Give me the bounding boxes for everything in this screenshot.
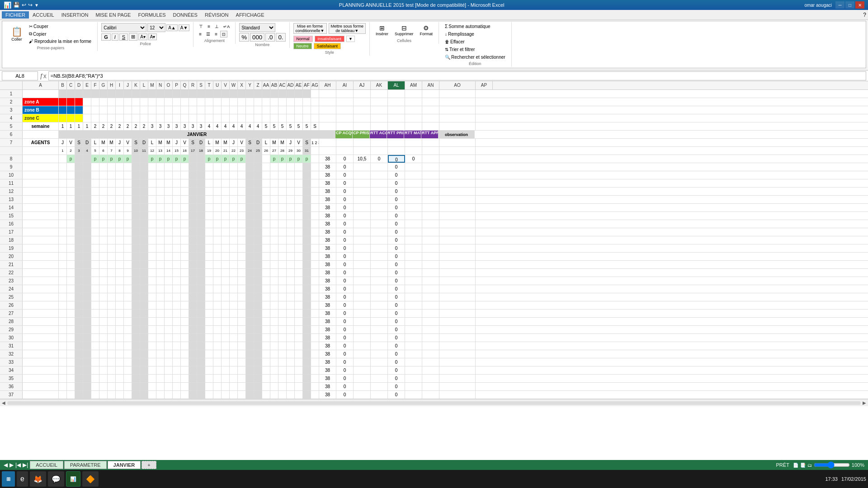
- cell-g7b[interactable]: 6: [99, 147, 108, 155]
- cell-1819[interactable]: [197, 244, 205, 252]
- col-header-g[interactable]: G: [99, 81, 108, 89]
- cell-2930[interactable]: [287, 334, 295, 342]
- cell-232[interactable]: [67, 350, 75, 358]
- cell-c3[interactable]: [67, 106, 75, 114]
- menu-formules[interactable]: FORMULES: [134, 11, 169, 19]
- cell-316[interactable]: [75, 220, 83, 228]
- cell-230[interactable]: [67, 334, 75, 342]
- row-number[interactable]: 26: [0, 301, 23, 309]
- cell-618[interactable]: [99, 236, 108, 244]
- cell-209[interactable]: [213, 163, 222, 171]
- cell-1232[interactable]: [148, 350, 156, 358]
- col-header-u[interactable]: U: [213, 81, 222, 89]
- cell-1114[interactable]: [140, 204, 148, 211]
- align-right-btn[interactable]: ≡: [213, 31, 219, 38]
- cell-ao13[interactable]: [439, 196, 476, 203]
- cell-aj36[interactable]: [354, 383, 371, 390]
- cell-1022[interactable]: [132, 269, 140, 277]
- cell-228[interactable]: [67, 318, 75, 325]
- cell-ao16[interactable]: [439, 220, 476, 228]
- cell-1617[interactable]: [181, 228, 189, 236]
- cell-ao28[interactable]: [439, 318, 476, 325]
- cell-1314[interactable]: [156, 204, 165, 211]
- row-number[interactable]: 35: [0, 375, 23, 382]
- col-header-f[interactable]: F: [91, 81, 99, 89]
- cell-e2[interactable]: [83, 98, 91, 106]
- cell-2828[interactable]: [278, 318, 287, 325]
- cell-2518[interactable]: [254, 236, 262, 244]
- cell-2234[interactable]: [230, 366, 238, 374]
- cell-ab2[interactable]: [270, 98, 278, 106]
- cell-2718[interactable]: [270, 236, 278, 244]
- cell-ao22[interactable]: [439, 269, 476, 277]
- cell-524[interactable]: [91, 285, 99, 293]
- cell-2819[interactable]: [278, 244, 287, 252]
- cell-ai26[interactable]: 0: [336, 301, 354, 309]
- cell-2323[interactable]: [238, 277, 246, 285]
- style-satisfaisant[interactable]: Satisfaisant: [314, 43, 341, 49]
- cell-2934[interactable]: [287, 366, 295, 374]
- cell-am32[interactable]: [405, 350, 422, 358]
- cell-ac7[interactable]: M: [278, 139, 287, 146]
- cell-1511[interactable]: [173, 179, 181, 187]
- cell-a8[interactable]: [23, 155, 59, 163]
- cell-2729[interactable]: [270, 326, 278, 333]
- cell-2721[interactable]: [270, 261, 278, 268]
- cell-ak11[interactable]: [371, 179, 388, 187]
- col-header-c[interactable]: C: [67, 81, 75, 89]
- cell-3031[interactable]: [295, 342, 303, 350]
- cell-1328[interactable]: [156, 318, 165, 325]
- cell-1420[interactable]: [165, 253, 173, 260]
- cell-al9[interactable]: 0: [388, 163, 405, 171]
- cell-z2[interactable]: [254, 98, 262, 106]
- cell-ad7[interactable]: J: [287, 139, 295, 146]
- cell-918[interactable]: [124, 236, 132, 244]
- cell-observation-header[interactable]: observation: [439, 131, 475, 138]
- cell-2119[interactable]: [222, 244, 230, 252]
- col-header-aj[interactable]: AJ: [354, 81, 371, 89]
- row-number[interactable]: 14: [0, 204, 23, 211]
- cell-511[interactable]: [91, 179, 99, 187]
- cell-914[interactable]: [124, 204, 132, 211]
- cell-1628[interactable]: [181, 318, 189, 325]
- cell-2031[interactable]: [213, 342, 222, 350]
- cell-1131[interactable]: [140, 342, 148, 350]
- cell-v8[interactable]: p: [222, 155, 230, 163]
- cell-t7[interactable]: L: [205, 139, 213, 146]
- cell-1419[interactable]: [165, 244, 173, 252]
- cell-af2[interactable]: [303, 98, 311, 106]
- cell-1723[interactable]: [189, 277, 197, 285]
- cell-3030[interactable]: [295, 334, 303, 342]
- cell-c5[interactable]: 1: [67, 122, 75, 130]
- cell-736[interactable]: [108, 383, 116, 390]
- cell-2035[interactable]: [213, 375, 222, 382]
- cell-634[interactable]: [99, 366, 108, 374]
- cell-828[interactable]: [116, 318, 124, 325]
- cell-3022[interactable]: [295, 269, 303, 277]
- cell-3125[interactable]: [303, 293, 311, 301]
- cell-933[interactable]: [124, 358, 132, 366]
- cell-2817[interactable]: [278, 228, 287, 236]
- cell-am11[interactable]: [405, 179, 422, 187]
- cell-ao37[interactable]: [439, 391, 476, 399]
- style-dropdown[interactable]: ▼: [346, 36, 355, 42]
- underline-button[interactable]: S: [119, 33, 128, 41]
- align-bot-btn[interactable]: ⊥: [213, 23, 221, 30]
- cell-a35[interactable]: [23, 375, 59, 382]
- cell-e7b[interactable]: 4: [83, 147, 91, 155]
- cell-189[interactable]: [197, 163, 205, 171]
- cell-al1[interactable]: [388, 90, 405, 98]
- cell-834[interactable]: [116, 366, 124, 374]
- cell-a17[interactable]: [23, 228, 59, 236]
- cell-k7[interactable]: S: [132, 139, 140, 146]
- cell-629[interactable]: [99, 326, 108, 333]
- cell-m2[interactable]: [148, 98, 156, 106]
- cell-2434[interactable]: [246, 366, 254, 374]
- cell-1036[interactable]: [132, 383, 140, 390]
- cell-aj13[interactable]: [354, 196, 371, 203]
- cell-2727[interactable]: [270, 310, 278, 317]
- somme-btn[interactable]: Σ Somme automatique: [443, 23, 508, 30]
- cell-2325[interactable]: [238, 293, 246, 301]
- cell-2836[interactable]: [278, 383, 287, 390]
- cell-2232[interactable]: [230, 350, 238, 358]
